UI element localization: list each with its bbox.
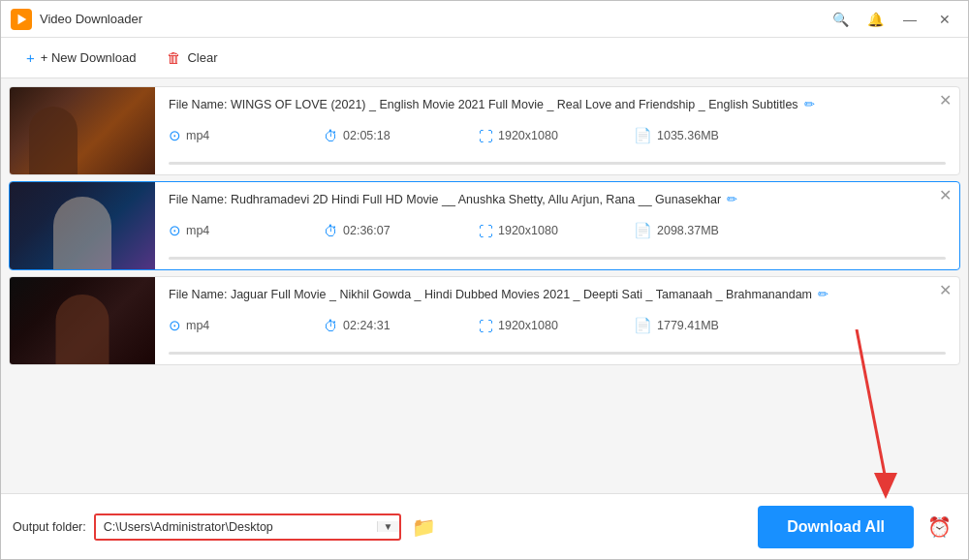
edit-icon-3[interactable]: ✏ (818, 287, 828, 301)
video-thumb-1 (10, 87, 155, 174)
close-button[interactable]: ✕ (931, 9, 958, 30)
search-icon-btn[interactable]: 🔍 (827, 9, 854, 30)
alarm-icon-button[interactable]: ⏰ (922, 510, 956, 544)
close-item-1[interactable]: ✕ (939, 93, 952, 109)
window-controls: 🔍 🔔 — ✕ (827, 9, 958, 30)
format-1: ⊙ mp4 (169, 127, 324, 144)
resolution-2: ⛶ 1920x1080 (479, 223, 634, 239)
svg-marker-0 (18, 14, 27, 24)
close-item-3[interactable]: ✕ (939, 283, 952, 298)
duration-icon-1: ⏱ (324, 128, 338, 144)
resolution-icon-3: ⛶ (479, 318, 493, 334)
format-2: ⊙ mp4 (169, 222, 324, 239)
progress-bar-2 (169, 257, 946, 260)
format-icon-1: ⊙ (169, 127, 181, 144)
duration-icon-2: ⏱ (324, 223, 338, 239)
video-list: File Name: WINGS OF LOVE (2021) _ Englis… (1, 78, 968, 493)
video-thumb-2 (10, 182, 155, 269)
resolution-icon-1: ⛶ (479, 128, 493, 144)
output-folder-wrapper: ▼ (94, 513, 401, 541)
format-icon-2: ⊙ (169, 222, 181, 239)
duration-2: ⏱ 02:36:07 (324, 223, 479, 239)
filesize-1: 📄 1035.36MB (634, 127, 789, 144)
bell-icon-btn[interactable]: 🔔 (861, 9, 889, 30)
video-filename-3: File Name: Jaguar Full Movie _ Nikhil Go… (169, 287, 946, 301)
video-meta-3: ⊙ mp4 ⏱ 02:24:31 ⛶ 1920x1080 📄 1779.41MB (169, 317, 946, 338)
app-icon (11, 9, 32, 30)
app-title: Video Downloader (40, 12, 827, 26)
close-item-2[interactable]: ✕ (939, 188, 952, 203)
clear-label: Clear (187, 50, 217, 65)
filesize-icon-3: 📄 (634, 317, 652, 334)
resolution-icon-2: ⛶ (479, 223, 493, 239)
video-thumb-3 (10, 277, 155, 364)
video-item-2: File Name: Rudhramadevi 2D Hindi Full HD… (9, 181, 960, 270)
edit-icon-2[interactable]: ✏ (727, 192, 737, 206)
download-all-button[interactable]: Download All (758, 506, 914, 548)
resolution-1: ⛶ 1920x1080 (479, 128, 634, 144)
progress-bar-3 (169, 352, 946, 355)
video-filename-1: File Name: WINGS OF LOVE (2021) _ Englis… (169, 97, 946, 111)
filesize-icon-1: 📄 (634, 127, 652, 144)
filesize-icon-2: 📄 (634, 222, 652, 239)
new-download-button[interactable]: + + New Download (13, 45, 149, 71)
minimize-button[interactable]: — (896, 9, 923, 30)
new-download-label: + New Download (41, 50, 137, 65)
video-meta-2: ⊙ mp4 ⏱ 02:36:07 ⛶ 1920x1080 📄 2098.37MB (169, 222, 946, 243)
duration-icon-3: ⏱ (324, 318, 338, 334)
format-3: ⊙ mp4 (169, 317, 324, 334)
filesize-3: 📄 1779.41MB (634, 317, 789, 334)
progress-bar-1 (169, 162, 946, 165)
title-bar: Video Downloader 🔍 🔔 — ✕ (1, 1, 968, 38)
app-window: Video Downloader 🔍 🔔 — ✕ + + New Downloa… (0, 0, 969, 560)
video-filename-2: File Name: Rudhramadevi 2D Hindi Full HD… (169, 192, 946, 206)
clear-icon: 🗑 (167, 49, 181, 66)
video-info-1: File Name: WINGS OF LOVE (2021) _ Englis… (155, 87, 959, 174)
output-folder-input[interactable] (96, 515, 377, 539)
video-info-2: File Name: Rudhramadevi 2D Hindi Full HD… (155, 182, 959, 269)
video-item-3: File Name: Jaguar Full Movie _ Nikhil Go… (9, 276, 960, 365)
clear-button[interactable]: 🗑 Clear (153, 45, 231, 71)
duration-1: ⏱ 02:05:18 (324, 128, 479, 144)
open-folder-button[interactable]: 📁 (409, 512, 440, 543)
video-item-1: File Name: WINGS OF LOVE (2021) _ Englis… (9, 86, 960, 175)
video-meta-1: ⊙ mp4 ⏱ 02:05:18 ⛶ 1920x1080 📄 1035.36MB (169, 127, 946, 148)
toolbar: + + New Download 🗑 Clear (1, 38, 968, 78)
plus-icon: + (26, 49, 35, 66)
resolution-3: ⛶ 1920x1080 (479, 318, 634, 334)
edit-icon-1[interactable]: ✏ (804, 97, 815, 111)
folder-dropdown-button[interactable]: ▼ (377, 521, 399, 532)
duration-3: ⏱ 02:24:31 (324, 318, 479, 334)
video-info-3: File Name: Jaguar Full Movie _ Nikhil Go… (155, 277, 959, 364)
bottom-bar: Output folder: ▼ 📁 Download All ⏰ (1, 493, 968, 559)
filesize-2: 📄 2098.37MB (634, 222, 789, 239)
output-folder-label: Output folder: (13, 520, 86, 534)
format-icon-3: ⊙ (169, 317, 181, 334)
